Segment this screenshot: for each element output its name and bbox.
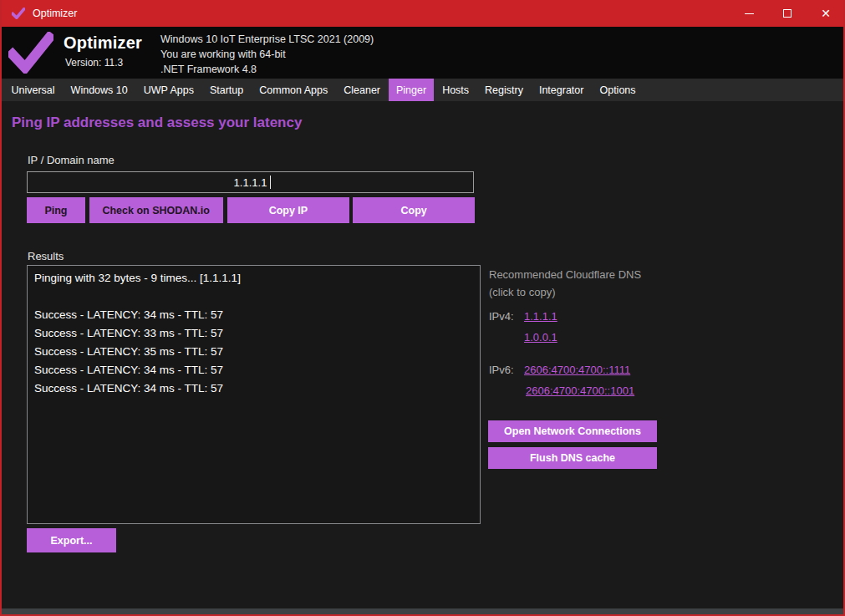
page-title: Ping IP addresses and assess your latenc…: [12, 115, 302, 131]
tab-windows-10[interactable]: Windows 10: [64, 79, 135, 101]
app-name: Optimizer: [64, 33, 142, 53]
results-line: Success - LATENCY: 34 ms - TTL: 57: [34, 306, 473, 324]
dns-panel-title: Recommended Cloudflare DNS (click to cop…: [489, 266, 641, 301]
app-checkmark-icon: [12, 8, 25, 19]
ip-domain-input[interactable]: [27, 171, 474, 193]
optimizer-window: Optimizer ✕ Optimizer Version: 11.3 Wind…: [0, 0, 845, 616]
dns-title-line2: (click to copy): [489, 283, 641, 301]
pinger-panel: Ping IP addresses and assess your latenc…: [2, 101, 843, 614]
action-button-row: Ping Check on SHODAN.io Copy IP Copy: [27, 197, 475, 223]
results-line: Success - LATENCY: 35 ms - TTL: 57: [34, 343, 473, 361]
tab-options[interactable]: Options: [592, 79, 643, 101]
system-info: Windows 10 IoT Enterprise LTSC 2021 (200…: [160, 32, 374, 77]
results-label: Results: [28, 250, 64, 262]
tab-hosts[interactable]: Hosts: [435, 79, 476, 101]
results-line: Success - LATENCY: 34 ms - TTL: 57: [34, 379, 473, 398]
tab-uwp-apps[interactable]: UWP Apps: [136, 79, 201, 101]
tab-pinger[interactable]: Pinger: [389, 79, 434, 101]
tab-startup[interactable]: Startup: [202, 79, 251, 101]
ipv4-link-2[interactable]: 1.0.0.1: [524, 331, 557, 344]
results-line: Pinging with 32 bytes - 9 times... [1.1.…: [34, 269, 473, 288]
tab-bar: Universal Windows 10 UWP Apps Startup Co…: [2, 79, 843, 101]
ipv4-label: IPv4:: [489, 310, 514, 323]
results-line: [34, 288, 473, 306]
system-info-dotnet: .NET Framework 4.8: [160, 62, 374, 77]
tab-cleaner[interactable]: Cleaner: [336, 79, 388, 101]
ipv4-link-1[interactable]: 1.1.1.1: [524, 310, 557, 323]
text-caret: [270, 176, 271, 189]
ping-button[interactable]: Ping: [27, 197, 85, 223]
export-button[interactable]: Export...: [27, 528, 116, 552]
open-network-connections-button[interactable]: Open Network Connections: [488, 420, 657, 442]
caption-buttons: ✕: [730, 0, 845, 27]
ipv6-label: IPv6:: [489, 364, 514, 376]
dns-title-line1: Recommended Cloudflare DNS: [489, 266, 641, 283]
system-info-os: Windows 10 IoT Enterprise LTSC 2021 (200…: [160, 32, 374, 47]
results-line: Success - LATENCY: 34 ms - TTL: 57: [34, 361, 473, 379]
ip-input-wrap: [27, 171, 474, 193]
ipv6-link-2[interactable]: 2606:4700:4700::1001: [526, 384, 634, 397]
minimize-icon: [745, 13, 754, 14]
close-icon: ✕: [821, 8, 831, 19]
maximize-button[interactable]: [768, 0, 807, 27]
window-resize-strip: [2, 608, 843, 614]
copy-ip-button[interactable]: Copy IP: [227, 197, 350, 223]
app-logo-checkmark-icon: [8, 32, 53, 77]
titlebar: Optimizer ✕: [0, 0, 845, 27]
copy-button[interactable]: Copy: [353, 197, 475, 223]
system-info-arch: You are working with 64-bit: [160, 47, 374, 62]
results-textbox[interactable]: Pinging with 32 bytes - 9 times... [1.1.…: [27, 265, 481, 524]
minimize-button[interactable]: [730, 0, 768, 27]
maximize-icon: [783, 9, 792, 18]
check-shodan-button[interactable]: Check on SHODAN.io: [89, 197, 223, 223]
app-version: Version: 11.3: [65, 57, 123, 69]
flush-dns-cache-button[interactable]: Flush DNS cache: [488, 447, 657, 469]
window-title: Optimizer: [33, 8, 77, 19]
tab-registry[interactable]: Registry: [477, 79, 531, 101]
ipv6-link-1[interactable]: 2606:4700:4700::1111: [524, 364, 630, 376]
tab-common-apps[interactable]: Common Apps: [252, 79, 335, 101]
tab-integrator[interactable]: Integrator: [532, 79, 592, 101]
close-button[interactable]: ✕: [807, 0, 845, 27]
tab-universal[interactable]: Universal: [4, 79, 63, 101]
ip-domain-label: IP / Domain name: [28, 154, 115, 166]
app-header: Optimizer Version: 11.3 Windows 10 IoT E…: [2, 27, 843, 79]
results-line: Success - LATENCY: 33 ms - TTL: 57: [34, 324, 473, 343]
